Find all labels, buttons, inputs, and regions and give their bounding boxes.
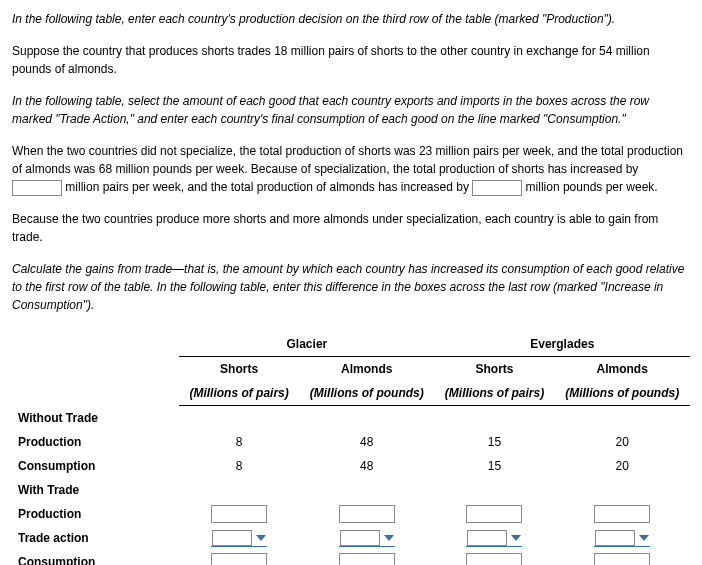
country-glacier: Glacier: [179, 332, 434, 357]
instruction-production: In the following table, enter each count…: [12, 10, 690, 28]
trade-action-c2g1-dropdown[interactable]: [466, 529, 522, 547]
country-everglades: Everglades: [435, 332, 690, 357]
wt-prod-c1g2-input[interactable]: [339, 505, 395, 523]
almonds-increase-input[interactable]: [472, 180, 522, 196]
trade-action-c1g2-dropdown[interactable]: [339, 529, 395, 547]
wo-cons-c2g2: 20: [554, 454, 690, 478]
spec-pre: When the two countries did not specializ…: [12, 144, 683, 176]
instruction-trade-action: In the following table, select the amoun…: [12, 92, 690, 128]
row-wo-consumption: Consumption: [12, 454, 179, 478]
unit-everglades-almonds: (Millions of pounds): [554, 381, 690, 406]
gains-statement: Because the two countries produce more s…: [12, 210, 690, 246]
suppose-trade-text: Suppose the country that produces shorts…: [12, 42, 690, 78]
unit-glacier-shorts: (Millions of pairs): [179, 381, 299, 406]
instruction-gains: Calculate the gains from trade—that is, …: [12, 260, 690, 314]
wt-cons-c1g2-input[interactable]: [339, 553, 395, 565]
wo-prod-c1g1: 8: [179, 430, 299, 454]
unit-everglades-shorts: (Millions of pairs): [435, 381, 555, 406]
wo-prod-c2g2: 20: [554, 430, 690, 454]
chevron-down-icon: [511, 535, 521, 541]
wo-prod-c2g1: 15: [435, 430, 555, 454]
wo-cons-c2g1: 15: [435, 454, 555, 478]
unit-glacier-almonds: (Millions of pounds): [299, 381, 435, 406]
row-with-trade: With Trade: [12, 478, 179, 502]
wt-cons-c2g1-input[interactable]: [466, 553, 522, 565]
row-without-trade: Without Trade: [12, 406, 179, 430]
col-glacier-shorts: Shorts: [179, 357, 299, 382]
trade-action-c1g2-input[interactable]: [340, 530, 380, 546]
spec-mid: million pairs per week, and the total pr…: [65, 180, 472, 194]
wo-prod-c1g2: 48: [299, 430, 435, 454]
trade-table: Glacier Everglades Shorts Almonds Shorts…: [12, 332, 690, 565]
row-wo-production: Production: [12, 430, 179, 454]
wo-cons-c1g1: 8: [179, 454, 299, 478]
wt-cons-c1g1-input[interactable]: [211, 553, 267, 565]
trade-action-c2g2-input[interactable]: [595, 530, 635, 546]
trade-action-c2g1-input[interactable]: [467, 530, 507, 546]
specialization-text: When the two countries did not specializ…: [12, 142, 690, 196]
col-everglades-shorts: Shorts: [435, 357, 555, 382]
trade-action-c2g2-dropdown[interactable]: [594, 529, 650, 547]
row-wt-production: Production: [12, 502, 179, 526]
spec-post: million pounds per week.: [526, 180, 658, 194]
wt-prod-c2g1-input[interactable]: [466, 505, 522, 523]
chevron-down-icon: [256, 535, 266, 541]
col-glacier-almonds: Almonds: [299, 357, 435, 382]
wo-cons-c1g2: 48: [299, 454, 435, 478]
chevron-down-icon: [639, 535, 649, 541]
wt-prod-c1g1-input[interactable]: [211, 505, 267, 523]
trade-action-c1g1-dropdown[interactable]: [211, 529, 267, 547]
col-everglades-almonds: Almonds: [554, 357, 690, 382]
row-wt-consumption: Consumption: [12, 550, 179, 565]
wt-cons-c2g2-input[interactable]: [594, 553, 650, 565]
trade-action-c1g1-input[interactable]: [212, 530, 252, 546]
row-trade-action: Trade action: [12, 526, 179, 551]
chevron-down-icon: [384, 535, 394, 541]
wt-prod-c2g2-input[interactable]: [594, 505, 650, 523]
shorts-increase-input[interactable]: [12, 180, 62, 196]
